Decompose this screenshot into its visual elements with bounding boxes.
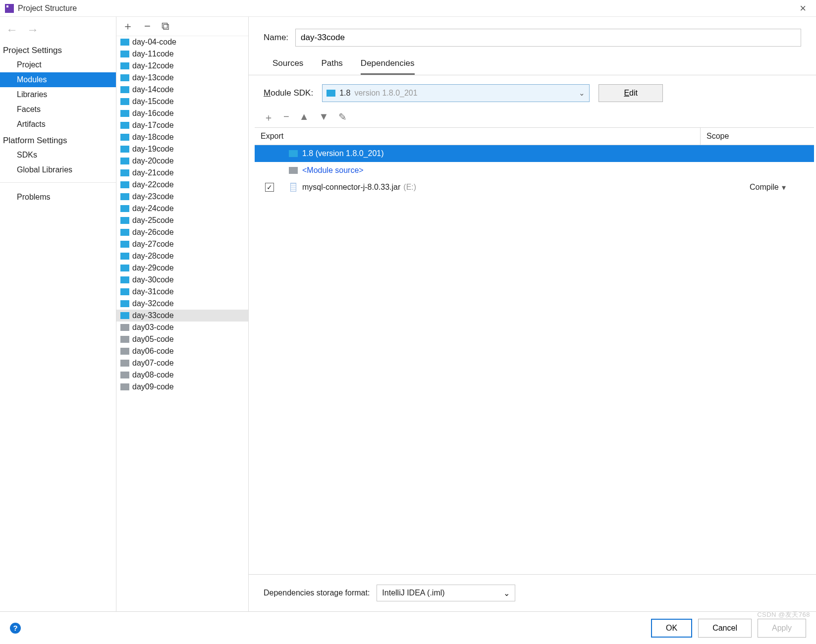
project-settings-header: Project Settings [0, 42, 116, 57]
nav-item-libraries[interactable]: Libraries [0, 87, 116, 102]
export-checkbox[interactable]: ✓ [265, 183, 274, 192]
module-item[interactable]: day-17code [116, 119, 248, 131]
module-item[interactable]: day-20code [116, 155, 248, 167]
add-module-icon[interactable]: ＋ [122, 19, 133, 34]
module-item[interactable]: day-27code [116, 238, 248, 250]
app-logo-icon [5, 4, 14, 13]
module-item[interactable]: day-30code [116, 274, 248, 286]
add-dep-icon[interactable]: ＋ [264, 111, 273, 124]
module-item[interactable]: day-23code [116, 191, 248, 203]
module-sdk-label: Module SDK: [264, 88, 313, 98]
module-item[interactable]: day-21code [116, 167, 248, 179]
module-folder-icon [120, 146, 129, 153]
window-title: Project Structure [18, 4, 77, 13]
title-bar: Project Structure × [0, 0, 816, 17]
module-item[interactable]: day-25code [116, 215, 248, 226]
module-folder-icon [120, 336, 129, 343]
module-item[interactable]: day-24code [116, 203, 248, 215]
jar-icon [290, 183, 296, 192]
module-item-label: day09-code [132, 382, 174, 391]
module-item-label: day-17code [132, 121, 174, 130]
copy-module-icon[interactable]: ⧉ [162, 20, 169, 33]
module-item-label: day-31code [132, 287, 174, 296]
module-item[interactable]: day-13code [116, 72, 248, 84]
nav-back-icon[interactable]: ← [6, 23, 18, 37]
module-item[interactable]: day-28code [116, 250, 248, 262]
name-label: Name: [264, 33, 288, 43]
module-item-label: day-26code [132, 228, 174, 237]
module-item[interactable]: day-15code [116, 96, 248, 107]
dependency-row[interactable]: ✓mysql-connector-j-8.0.33.jar (E:)Compil… [255, 179, 814, 196]
module-item[interactable]: day-32code [116, 298, 248, 310]
module-item[interactable]: day-04-code [116, 36, 248, 48]
module-folder-icon [120, 51, 129, 57]
dependency-scope[interactable]: Compile [750, 183, 779, 192]
module-item[interactable]: day-29code [116, 262, 248, 274]
module-item[interactable]: day08-code [116, 369, 248, 381]
edit-dep-icon[interactable]: ✎ [338, 111, 347, 124]
tab-dependencies[interactable]: Dependencies [361, 55, 415, 75]
module-name-input[interactable] [295, 29, 801, 47]
module-item-label: day-14code [132, 85, 174, 94]
module-item-label: day-16code [132, 109, 174, 118]
ok-button[interactable]: OK [651, 619, 692, 638]
help-icon[interactable]: ? [10, 623, 21, 634]
remove-module-icon[interactable]: − [144, 20, 151, 33]
nav-item-modules[interactable]: Modules [0, 72, 116, 87]
problems-nav[interactable]: Problems [0, 188, 116, 205]
module-item[interactable]: day-22code [116, 179, 248, 191]
tab-paths[interactable]: Paths [321, 55, 342, 75]
module-item[interactable]: day09-code [116, 381, 248, 393]
module-item-label: day-24code [132, 204, 174, 213]
module-item-label: day-11code [132, 50, 174, 58]
cancel-button[interactable]: Cancel [698, 619, 752, 638]
module-item[interactable]: day-19code [116, 143, 248, 155]
module-folder-icon [120, 372, 129, 378]
dependency-row[interactable]: 1.8 (version 1.8.0_201) [255, 145, 814, 162]
module-item[interactable]: day-16code [116, 107, 248, 119]
module-item[interactable]: day06-code [116, 345, 248, 357]
module-sdk-select[interactable]: 1.8 version 1.8.0_201 ⌄ [322, 84, 590, 102]
module-item[interactable]: day-31code [116, 286, 248, 298]
module-folder-icon [120, 134, 129, 141]
nav-item-project[interactable]: Project [0, 57, 116, 72]
module-item-label: day-32code [132, 299, 174, 308]
nav-forward-icon[interactable]: → [27, 23, 39, 37]
module-folder-icon [120, 300, 129, 307]
nav-item-artifacts[interactable]: Artifacts [0, 117, 116, 132]
nav-item-facets[interactable]: Facets [0, 102, 116, 117]
dependency-name: mysql-connector-j-8.0.33.jar [302, 183, 400, 192]
module-item[interactable]: day-14code [116, 84, 248, 96]
edit-sdk-button[interactable]: Edit [598, 84, 663, 102]
module-folder-icon [120, 158, 129, 164]
module-item[interactable]: day07-code [116, 357, 248, 369]
module-item[interactable]: day05-code [116, 333, 248, 345]
detail-pane: Name: SourcesPathsDependencies Module SD… [249, 17, 816, 611]
module-item-label: day-22code [132, 180, 174, 189]
module-item[interactable]: day-33code [116, 310, 248, 322]
module-item[interactable]: day03-code [116, 322, 248, 333]
nav-item-sdks[interactable]: SDKs [0, 148, 116, 162]
sdk-folder-icon [289, 150, 298, 157]
module-item-label: day-04-code [132, 38, 176, 47]
module-item[interactable]: day-18code [116, 131, 248, 143]
module-item[interactable]: day-12code [116, 60, 248, 72]
move-up-icon[interactable]: ▲ [299, 111, 309, 124]
move-down-icon[interactable]: ▼ [319, 111, 328, 124]
module-item[interactable]: day-26code [116, 226, 248, 238]
storage-format-select[interactable]: IntelliJ IDEA (.iml) ⌄ [377, 585, 515, 601]
remove-dep-icon[interactable]: − [283, 111, 289, 124]
left-nav: ← → Project Settings ProjectModulesLibra… [0, 17, 116, 611]
module-item-label: day-33code [132, 311, 174, 320]
module-folder-icon [120, 324, 129, 331]
module-folder-icon [120, 229, 129, 236]
tab-sources[interactable]: Sources [272, 55, 303, 75]
dependency-row[interactable]: <Module source> [255, 162, 814, 179]
close-icon[interactable]: × [795, 2, 811, 15]
module-folder-icon [120, 98, 129, 105]
module-item-label: day-12code [132, 61, 174, 70]
module-item[interactable]: day-11code [116, 48, 248, 60]
nav-item-global-libraries[interactable]: Global Libraries [0, 162, 116, 177]
module-folder-icon [120, 276, 129, 283]
dependency-name: 1.8 (version 1.8.0_201) [302, 149, 384, 158]
